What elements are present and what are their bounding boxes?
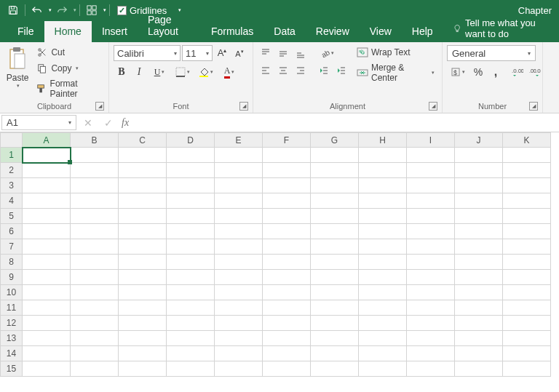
cell[interactable] [263,361,311,377]
column-header[interactable]: J [455,133,503,148]
cell[interactable] [263,255,311,270]
cell[interactable] [359,209,407,224]
cell[interactable] [311,163,359,178]
cell[interactable] [167,285,215,300]
cell[interactable] [23,148,71,163]
row-header[interactable]: 10 [1,285,23,300]
cell[interactable] [407,316,455,331]
cell[interactable] [119,285,167,300]
cell[interactable] [23,300,71,316]
cell[interactable] [215,239,263,255]
row-header[interactable]: 4 [1,193,23,209]
cell[interactable] [71,316,119,331]
cell[interactable] [119,316,167,331]
cell[interactable] [503,270,551,285]
cell[interactable] [263,193,311,209]
cell[interactable] [119,193,167,209]
align-center-button[interactable] [275,63,291,79]
cell[interactable] [455,255,503,270]
tab-formulas[interactable]: Formulas [201,21,263,42]
cell[interactable] [215,270,263,285]
cell[interactable] [455,270,503,285]
column-header[interactable]: H [359,133,407,148]
cell[interactable] [503,331,551,346]
cell[interactable] [359,148,407,163]
row-header[interactable]: 8 [1,255,23,270]
spreadsheet-grid[interactable]: ABCDEFGHIJK123456789101112131415 [0,132,559,392]
cell[interactable] [311,346,359,361]
cell[interactable] [407,331,455,346]
cell[interactable] [119,346,167,361]
cell[interactable] [23,255,71,270]
tell-me-search[interactable]: Tell me what you want to do [443,17,559,42]
row-header[interactable]: 14 [1,346,23,361]
cell[interactable] [503,300,551,316]
cell[interactable] [23,239,71,255]
cell[interactable] [119,163,167,178]
cell[interactable] [167,300,215,316]
cell[interactable] [359,331,407,346]
cell[interactable] [23,346,71,361]
cell[interactable] [167,178,215,193]
cell[interactable] [311,148,359,163]
cell[interactable] [215,224,263,239]
cell[interactable] [311,270,359,285]
cell[interactable] [311,361,359,377]
decrease-decimal-button[interactable]: .00.0 [527,64,543,80]
cell[interactable] [455,331,503,346]
cell[interactable] [455,193,503,209]
column-header[interactable]: F [263,133,311,148]
cell[interactable] [263,346,311,361]
cell[interactable] [71,178,119,193]
cell[interactable] [23,285,71,300]
cell[interactable] [407,239,455,255]
cell[interactable] [167,255,215,270]
cell[interactable] [263,300,311,316]
cell[interactable] [263,316,311,331]
cell[interactable] [263,209,311,224]
cell[interactable] [71,148,119,163]
cell[interactable] [503,209,551,224]
copy-button[interactable]: Copy ▾ [33,61,104,76]
cell[interactable] [23,224,71,239]
tab-review[interactable]: Review [306,21,360,42]
align-middle-button[interactable] [275,45,291,61]
cell[interactable] [455,148,503,163]
column-header[interactable]: A [23,133,71,148]
cell[interactable] [23,270,71,285]
orientation-button[interactable]: ab▾ [316,45,338,61]
cell[interactable] [359,255,407,270]
cell[interactable] [215,209,263,224]
cell[interactable] [119,239,167,255]
cell[interactable] [503,163,551,178]
row-header[interactable]: 7 [1,239,23,255]
align-right-button[interactable] [293,63,309,79]
cell[interactable] [311,300,359,316]
row-header[interactable]: 13 [1,331,23,346]
accounting-format-button[interactable]: $▾ [447,64,469,80]
column-header[interactable]: I [407,133,455,148]
cell[interactable] [119,224,167,239]
undo-button[interactable] [28,1,46,19]
cell[interactable] [455,300,503,316]
cell[interactable] [215,193,263,209]
cell[interactable] [407,209,455,224]
cell[interactable] [119,300,167,316]
cell[interactable] [263,285,311,300]
cell[interactable] [23,163,71,178]
cell[interactable] [215,163,263,178]
cell[interactable] [23,331,71,346]
cell[interactable] [71,331,119,346]
increase-font-button[interactable]: A▴ [214,45,230,61]
cell[interactable] [311,316,359,331]
cell[interactable] [167,270,215,285]
cell[interactable] [71,224,119,239]
cell[interactable] [359,224,407,239]
cell[interactable] [71,163,119,178]
cell[interactable] [71,193,119,209]
cell[interactable] [407,270,455,285]
italic-button[interactable]: I [131,64,147,80]
merge-center-button[interactable]: Merge & Center ▾ [354,61,437,84]
cell[interactable] [407,193,455,209]
cell[interactable] [359,163,407,178]
